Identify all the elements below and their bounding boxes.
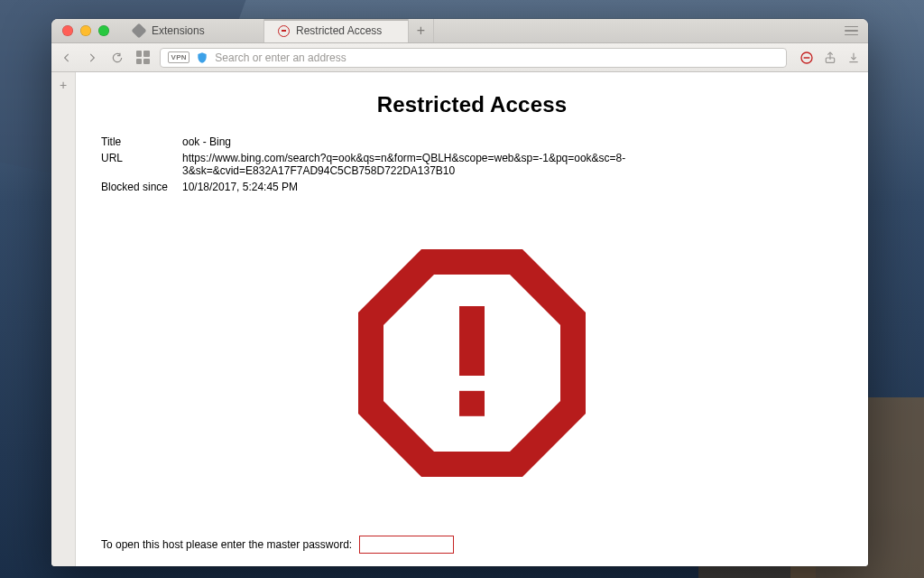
url-value: https://www.bing.com/search?q=ook&qs=n&f… [182,150,843,179]
svg-rect-6 [459,306,485,376]
blocker-extension-icon[interactable] [799,51,814,65]
toolbar-right [796,51,861,65]
fullscreen-window-button[interactable] [98,25,109,36]
speed-dial-button[interactable] [134,50,151,66]
unlock-prompt: To open this host please enter the maste… [101,538,352,551]
info-table: Title ook - Bing URL https://www.bing.co… [101,134,843,195]
tab-label: Extensions [152,24,205,37]
title-value: ook - Bing [182,134,843,150]
url-label: URL [101,150,182,179]
sidebar-gutter: + [51,72,76,566]
tab-label: Restricted Access [296,24,382,37]
close-window-button[interactable] [62,25,73,36]
add-sidebar-button[interactable]: + [60,78,67,92]
vpn-badge[interactable]: VPN [168,51,189,63]
toolbar: VPN [51,43,868,72]
tab-extensions[interactable]: Extensions [120,19,264,42]
blocker-icon [277,24,290,37]
svg-rect-7 [459,390,485,415]
browser-window: Extensions Restricted Access + VPN [51,19,868,566]
table-row: URL https://www.bing.com/search?q=ook&qs… [101,150,843,179]
forward-button[interactable] [84,50,100,66]
stop-sign-graphic [101,190,843,536]
new-tab-button[interactable]: + [409,19,434,42]
unlock-footer: To open this host please enter the maste… [101,536,843,555]
downloads-icon[interactable] [846,51,861,65]
back-button[interactable] [59,50,75,66]
address-input[interactable] [215,51,779,64]
address-bar[interactable]: VPN [160,48,787,68]
window-controls [51,19,120,42]
extension-icon [133,24,145,37]
minimize-window-button[interactable] [80,25,91,36]
table-row: Title ook - Bing [101,134,843,150]
shield-icon[interactable] [195,51,209,65]
tab-restricted-access[interactable]: Restricted Access [264,19,409,42]
master-password-input[interactable] [359,536,454,554]
tab-strip: Extensions Restricted Access + [51,19,868,43]
page-title: Restricted Access [101,92,843,117]
content-area: + Restricted Access Title ook - Bing URL… [51,72,868,566]
page-body: Restricted Access Title ook - Bing URL h… [76,72,868,566]
tabs-menu-button[interactable] [839,19,863,42]
share-icon[interactable] [823,51,837,65]
title-label: Title [101,134,182,150]
reload-button[interactable] [109,50,125,66]
